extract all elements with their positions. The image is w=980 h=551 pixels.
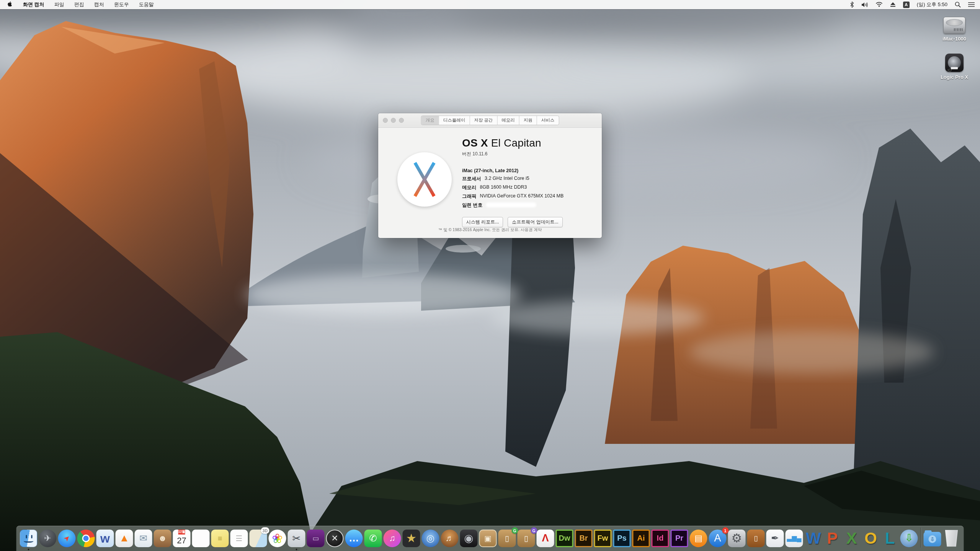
desktop-icon-label: Logic Pro X (933, 74, 975, 80)
ms-powerpoint-icon[interactable]: P (823, 529, 842, 548)
calendar-icon[interactable]: 12월27 (172, 529, 191, 548)
premiere-icon[interactable]: Pr (670, 529, 689, 548)
bridge-icon[interactable]: Br (574, 529, 593, 548)
logic-pro-x-icon[interactable]: ◉ (459, 529, 478, 548)
tab-지원[interactable]: 지원 (519, 116, 537, 125)
vlc-icon[interactable]: ▲ (115, 529, 134, 548)
keynote-icon[interactable]: ▯ (746, 529, 765, 548)
messages-icon[interactable]: … (345, 529, 363, 548)
pages-icon[interactable]: ✒ (766, 529, 784, 548)
tab-서비스[interactable]: 서비스 (537, 116, 559, 125)
menu-bar: 화면 캡처 파일 편집 캡처 윈도우 도움말 A (일) 오후 5:50 (0, 0, 980, 9)
trash-icon[interactable] (942, 529, 961, 548)
downloads-folder-icon[interactable]: ⇩ (923, 529, 942, 548)
ms-outlook-icon[interactable]: O (861, 529, 880, 548)
system-preferences-icon[interactable]: ⚙ (727, 529, 746, 548)
spec-row: 프로세서3.2 GHz Intel Core i5 (462, 176, 592, 182)
close-button[interactable] (383, 118, 388, 123)
fireworks-icon[interactable]: Fw (593, 529, 612, 548)
photo-board-icon[interactable]: ▣ (479, 529, 497, 548)
toast-icon[interactable]: ▭ (306, 529, 325, 548)
traffic-lights (383, 118, 404, 123)
itunes-icon[interactable]: ♫ (383, 529, 402, 548)
ms-lync-icon[interactable]: L (880, 529, 899, 548)
redacted-serial-number (486, 202, 536, 207)
menu-edit[interactable]: 편집 (74, 1, 84, 8)
minimize-button[interactable] (391, 118, 396, 123)
facetime-icon[interactable]: ✆ (364, 529, 382, 548)
eject-icon[interactable] (890, 2, 896, 7)
numbers-icon[interactable]: ▃▆▄ (785, 529, 804, 548)
tab-메모리[interactable]: 메모리 (497, 116, 519, 125)
safari-icon[interactable]: ➤ (57, 529, 76, 548)
w-globe-browser-icon[interactable]: w (96, 529, 114, 548)
mail-icon[interactable]: ✉ (134, 529, 153, 548)
illustrator-icon[interactable]: Ai (632, 529, 650, 548)
notification-center-icon[interactable] (968, 2, 975, 7)
desktop-icon-imac-1000[interactable]: iMac-1000 (933, 17, 975, 42)
web-downloader-icon[interactable]: ⇩ (900, 529, 918, 548)
mac-model: iMac (27-inch, Late 2012) (462, 168, 592, 173)
dock: ✈➤w▲✉☻12월27≡☰3D❀✂▭✕…✆♫★◎♬◉▣▯G▯GΛDwBrFwPs… (16, 526, 964, 551)
el-capitan-wallpaper (0, 0, 980, 551)
input-source-badge[interactable]: A (903, 2, 910, 8)
logic-pro-x-app-icon: ➤ (945, 54, 964, 72)
chrome-icon[interactable] (77, 529, 95, 548)
about-tab-group: 개요디스플레이저장 공간메모리지원서비스 (421, 116, 559, 125)
grab-screen-capture-icon[interactable]: ✂ (287, 529, 306, 548)
notes-icon[interactable] (191, 529, 210, 548)
garageband-icon[interactable]: ♬ (440, 529, 459, 548)
tab-개요[interactable]: 개요 (421, 116, 439, 125)
about-this-mac-window: 개요디스플레이저장 공간메모리지원서비스 OS X El Capitan 버전 … (378, 113, 602, 238)
desktop-icon-label: iMac-1000 (933, 36, 975, 42)
volume-icon[interactable] (861, 2, 868, 8)
contacts-icon[interactable]: ☻ (153, 529, 172, 548)
desktop-icon-logic-pro-x[interactable]: ➤ Logic Pro X (933, 54, 975, 80)
bluetooth-icon[interactable] (850, 2, 854, 8)
stickies-icon[interactable]: ≡ (211, 529, 229, 548)
spec-row: 일련 번호 (462, 202, 592, 209)
window-titlebar[interactable]: 개요디스플레이저장 공간메모리지원서비스 (378, 113, 602, 128)
menu-window[interactable]: 윈도우 (114, 1, 129, 8)
software-update-button[interactable]: 소프트웨어 업데이트... (508, 217, 562, 227)
zoom-button[interactable] (399, 118, 404, 123)
menu-file[interactable]: 파일 (54, 1, 64, 8)
menu-help[interactable]: 도움말 (139, 1, 154, 8)
tab-디스플레이[interactable]: 디스플레이 (439, 116, 470, 125)
x-media-converter-icon[interactable]: ✕ (325, 529, 344, 548)
wifi-icon[interactable] (875, 2, 883, 7)
reminders-icon[interactable]: ☰ (230, 529, 248, 548)
tab-저장 공간[interactable]: 저장 공간 (469, 116, 497, 125)
ms-excel-icon[interactable]: X (842, 529, 861, 548)
spec-list: 프로세서3.2 GHz Intel Core i5메모리8GB 1600 MHz… (462, 176, 592, 209)
finder-icon[interactable] (19, 529, 38, 548)
photoshop-icon[interactable]: Ps (612, 529, 631, 548)
os-title: OS X El Capitan (462, 137, 592, 149)
os-version: 버전 10.11.6 (462, 151, 592, 157)
spotlight-icon[interactable] (955, 2, 961, 8)
dreamweaver-icon[interactable]: Dw (555, 529, 574, 548)
alias-arrow-icon: ➤ (946, 66, 954, 74)
ms-word-icon[interactable]: W (804, 529, 823, 548)
stuffit-expander-icon[interactable]: ▯G (498, 529, 516, 548)
app-menu-name[interactable]: 화면 캡처 (23, 1, 44, 8)
apple-menu-icon[interactable] (8, 2, 13, 8)
menu-clock[interactable]: (일) 오후 5:50 (917, 1, 947, 8)
launchpad-icon[interactable]: ✈ (38, 529, 57, 548)
menu-capture[interactable]: 캡처 (94, 1, 104, 8)
hard-drive-icon (943, 17, 965, 34)
app-store-icon[interactable]: A1 (708, 529, 727, 548)
imovie-icon[interactable]: ★ (402, 529, 421, 548)
dropstuff-icon[interactable]: ▯G (517, 529, 536, 548)
ibooks-icon[interactable]: ▤ (689, 529, 708, 548)
dvd-ripper-icon[interactable]: ◎ (421, 529, 440, 548)
indesign-icon[interactable]: Id (651, 529, 670, 548)
system-report-button[interactable]: 시스템 리포트... (462, 217, 503, 227)
dock-separator (921, 528, 921, 548)
photos-icon[interactable]: ❀ (268, 529, 287, 548)
maps-icon[interactable]: 3D (249, 529, 268, 548)
copyright-footer: ™ 및 © 1983-2016 Apple Inc. 모든 권리 보유. 사용권… (378, 227, 602, 233)
spec-row: 메모리8GB 1600 MHz DDR3 (462, 184, 592, 191)
acrobat-reader-icon[interactable]: Λ (536, 529, 555, 548)
el-capitan-x-logo (397, 152, 452, 207)
